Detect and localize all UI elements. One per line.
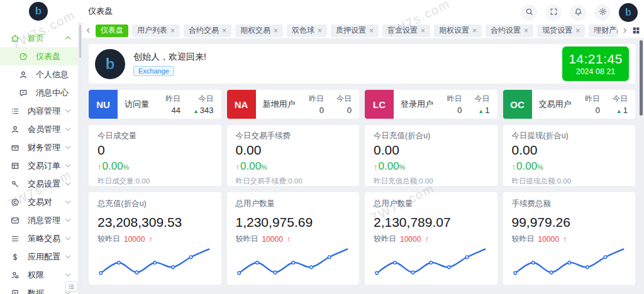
stat-card[interactable]: LC 登录用户 昨日 0 今日 ▲1: [365, 90, 497, 119]
stat-card[interactable]: NA 新增用户 昨日 0 今日 ▲0: [227, 90, 360, 119]
stat-card[interactable]: OC 交易用户 昨日 0 今日 ▲1: [503, 90, 636, 119]
sidebar-item[interactable]: 交易订单: [0, 156, 78, 175]
tab-label: 盲盒设置: [387, 25, 418, 36]
sidebar-scroll-thumb[interactable]: [79, 25, 81, 58]
total-card[interactable]: 手续费总额 99,979.26 较昨日 10000 ↑: [503, 192, 636, 285]
user-avatar[interactable]: b: [619, 3, 638, 22]
tab-close-icon[interactable]: ×: [472, 27, 477, 35]
tabs-scroll: 仪表盘 用户列表 × 合约交易 × 期权交易 × 双色球: [96, 24, 618, 37]
today-card[interactable]: 今日提现(折合u) 0.00 ↑0.00% 昨日提现总额:0.00: [503, 125, 636, 186]
today-card[interactable]: 今日成交量 0 ↑0.00% 昨日成交量:0.00: [89, 125, 221, 186]
stat-card[interactable]: NU 访问量 昨日 44 今日 ▲343: [89, 90, 221, 119]
welcome-avatar: b: [95, 49, 125, 79]
today-card-value: 0: [97, 143, 213, 158]
sidebar-item-label: 交易对: [28, 197, 52, 208]
tab-close-icon[interactable]: ×: [170, 27, 175, 35]
gear-icon: [599, 7, 607, 18]
home-icon: [11, 34, 19, 43]
bell-button[interactable]: [570, 4, 586, 21]
tabs-menu-grid-icon[interactable]: [632, 26, 640, 35]
total-card[interactable]: 总充值(折合u) 23,208,309.53 较昨日 10000 ↑: [89, 192, 221, 285]
sparkline-chart: [512, 246, 627, 281]
chevron-icon: [65, 236, 72, 242]
fullscreen-button[interactable]: [545, 4, 562, 21]
tab-close-icon[interactable]: ×: [222, 27, 226, 35]
stat-yesterday-label: 昨日: [447, 94, 462, 104]
tab[interactable]: 期权交易 ×: [235, 24, 283, 37]
tab[interactable]: 用户列表 ×: [132, 24, 180, 37]
tab[interactable]: 现货设置 ×: [537, 24, 585, 37]
sidebar-item-label: 交易订单: [28, 160, 60, 172]
total-card[interactable]: 总用户数量 2,130,789.07 较昨日 10000 ↑: [365, 192, 497, 285]
brand-logo-letter: b: [35, 5, 42, 18]
stat-label: 访问量: [125, 99, 149, 110]
tab[interactable]: 合约设置 ×: [486, 24, 533, 37]
today-card-percent: 0.00: [516, 160, 537, 172]
today-card-title: 今日成交量: [97, 131, 213, 141]
total-card-title: 总用户数量: [236, 199, 351, 209]
copyright-icon: [11, 198, 19, 207]
brand-logo[interactable]: b: [29, 2, 48, 21]
tab[interactable]: 期权设置 ×: [434, 24, 482, 37]
tab-label: 质押设置: [336, 25, 366, 36]
sidebar-item[interactable]: 应用配置: [0, 248, 78, 266]
total-card-value: 1,230,975.69: [236, 215, 351, 230]
tab-close-icon[interactable]: ×: [575, 27, 580, 35]
compare-delta: 10000: [538, 235, 559, 244]
user-icon: [11, 125, 19, 134]
sidebar-item[interactable]: 策略交易: [0, 229, 78, 248]
today-card[interactable]: 今日交易手续费 0.00 ↑0.00% 昨日交易手续费:0.00: [227, 125, 360, 186]
sidebar-collapse-button[interactable]: [65, 281, 77, 291]
sidebar-item[interactable]: 交易设置: [0, 175, 78, 193]
stat-code-badge: NA: [227, 90, 256, 119]
search-icon: [525, 7, 533, 18]
page-scrollbar-thumb[interactable]: [640, 40, 643, 116]
tab-close-icon[interactable]: ×: [524, 27, 528, 35]
sidebar-item[interactable]: 交易对: [0, 193, 78, 211]
tab[interactable]: 双色球 ×: [287, 24, 327, 37]
sidebar-item[interactable]: 首页: [0, 29, 78, 47]
tab[interactable]: 合约交易 ×: [184, 24, 231, 37]
tabs-scroll-right-icon[interactable]: [621, 27, 628, 34]
tab-label: 理财产品: [594, 25, 618, 36]
today-card-title: 今日提现(折合u): [512, 131, 627, 141]
chevron-icon: [65, 35, 72, 41]
welcome-card: b 创始人，欢迎回来! Exchange 14:21:45 2024 08 21: [89, 44, 635, 84]
tab[interactable]: 盲盒设置 ×: [382, 24, 430, 37]
sidebar-item-label: 仪表盘: [36, 51, 60, 62]
stat-yesterday-value: 0: [447, 106, 462, 115]
sidebar-item[interactable]: 个人信息: [0, 65, 78, 84]
sidebar-item[interactable]: 消息中心: [0, 84, 78, 102]
red-up-arrow-icon: ↑: [563, 235, 567, 244]
tab[interactable]: 仪表盘: [96, 24, 128, 37]
tabs-scroll-left-icon[interactable]: [85, 27, 92, 34]
stat-today-value: 343: [200, 106, 214, 115]
top-header: b 仪表盘 b: [0, 0, 644, 23]
compare-label: 较昨日: [236, 234, 258, 244]
tab-label: 合约交易: [189, 25, 219, 36]
sidebar-item[interactable]: 财务管理: [0, 138, 78, 156]
tab-close-icon[interactable]: ×: [421, 27, 425, 35]
stat-today-label: 今日: [613, 94, 628, 104]
sidebar-item[interactable]: 消息管理: [0, 211, 78, 229]
compare-label: 较昨日: [97, 234, 120, 244]
total-card[interactable]: 总用户数量 1,230,975.69 较昨日 10000 ↑: [227, 192, 360, 285]
sidebar-item[interactable]: 会员管理: [0, 120, 78, 138]
total-card-value: 99,979.26: [512, 215, 627, 230]
gear-button[interactable]: [594, 4, 611, 21]
tab-close-icon[interactable]: ×: [369, 27, 374, 35]
clock-time: 14:21:45: [569, 52, 623, 67]
today-card-subtext: 昨日充值总额:0.00: [374, 177, 489, 186]
list-icon: [11, 107, 19, 116]
exchange-tag[interactable]: Exchange: [133, 66, 174, 76]
stat-yesterday-value: 0: [309, 106, 324, 115]
sidebar-item[interactable]: 仪表盘: [0, 47, 78, 65]
tab[interactable]: 质押设置 ×: [331, 24, 379, 37]
stat-today-value: 0: [347, 106, 352, 115]
tab[interactable]: 理财产品 ×: [589, 24, 618, 37]
sidebar-item[interactable]: 内容管理: [0, 102, 78, 120]
tab-close-icon[interactable]: ×: [274, 27, 278, 35]
tab-close-icon[interactable]: ×: [318, 27, 322, 35]
search-button[interactable]: [521, 4, 537, 21]
today-card[interactable]: 今日充值(折合u) 0.00 ↑0.00% 昨日充值总额:0.00: [365, 125, 497, 186]
